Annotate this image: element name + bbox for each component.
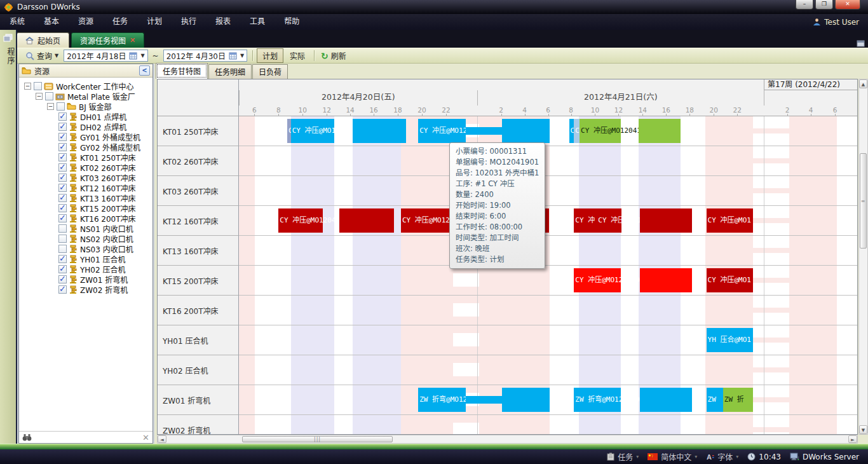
horizontal-scrollbar[interactable]: ◄ ||| ► [157, 435, 858, 444]
task-bar[interactable] [502, 119, 550, 143]
vertical-scroll-thumb[interactable]: ≡ [860, 153, 867, 249]
task-bar[interactable]: CY 冲压@MO12041904 [401, 208, 449, 233]
task-bar[interactable] [639, 119, 681, 143]
tree-checkbox[interactable] [58, 174, 67, 182]
task-bar[interactable] [353, 119, 406, 143]
view-tab-任务甘特图[interactable]: 任务甘特图 [156, 63, 208, 79]
tree-node[interactable]: −BJ 钣金部 [20, 101, 151, 111]
tree-checkbox[interactable] [58, 224, 67, 233]
task-bar[interactable] [466, 396, 502, 404]
tree-checkbox[interactable] [34, 82, 42, 90]
tree-checkbox[interactable] [58, 265, 67, 273]
clear-filter-icon[interactable]: ✕ [142, 433, 149, 442]
tree-checkbox[interactable] [58, 214, 67, 222]
horizontal-scroll-thumb[interactable]: ||| [242, 436, 393, 442]
window-list-icon[interactable] [856, 39, 865, 48]
tree-checkbox[interactable] [58, 184, 67, 192]
menu-item-任务[interactable]: 任务 [103, 14, 137, 30]
tree-node[interactable]: YH02 压合机 [20, 264, 151, 274]
tree-checkbox[interactable] [58, 235, 67, 243]
plan-toggle-button[interactable]: 计划 [257, 48, 283, 63]
tree-checkbox[interactable] [58, 163, 67, 172]
tree-checkbox[interactable] [58, 133, 67, 141]
find-binoculars-icon[interactable] [22, 433, 32, 441]
scroll-down-icon[interactable]: ▼ [859, 425, 867, 434]
tree-checkbox[interactable] [58, 285, 67, 294]
task-bar[interactable]: C [569, 119, 574, 143]
task-bar[interactable]: ZW [707, 388, 723, 412]
tree-checkbox[interactable] [45, 92, 53, 100]
doc-tab-起始页[interactable]: 起始页 [17, 32, 69, 48]
task-bar[interactable]: CY 冲压@MO12041901 [291, 119, 334, 143]
close-button[interactable]: ✕ [835, 0, 860, 10]
task-bar[interactable]: CY 冲 [574, 208, 597, 233]
tree-node[interactable]: −Metal Plate 钣金厂 [20, 91, 151, 101]
collapse-panel-button[interactable]: < [139, 65, 150, 76]
task-bar[interactable]: CY 冲压@MO1 [707, 208, 753, 233]
actual-toggle-button[interactable]: 实际 [285, 49, 310, 62]
task-bar[interactable]: CY 冲压@MO12041902 [580, 119, 621, 143]
view-tab-日负荷[interactable]: 日负荷 [252, 64, 288, 79]
tree-node[interactable]: KT15 200T冲床 [20, 203, 151, 213]
status-item-字体[interactable]: A字体▾ [703, 451, 741, 462]
task-bar[interactable] [502, 388, 550, 412]
tree-expander-icon[interactable]: − [36, 93, 43, 100]
tree-checkbox[interactable] [58, 194, 67, 202]
task-bar[interactable]: YH 压合@MO1 [707, 328, 753, 352]
scroll-left-icon[interactable]: ◄ [158, 435, 166, 443]
view-tab-任务明细[interactable]: 任务明细 [208, 64, 252, 79]
tree-node[interactable]: NS01 内收口机 [20, 223, 151, 233]
minimize-button[interactable]: – [796, 0, 813, 10]
tree-expander-icon[interactable]: − [47, 103, 54, 110]
task-bar[interactable]: CY 冲压@MO1 [707, 268, 753, 292]
task-bar[interactable]: CY 冲压@MO12041903 [574, 268, 621, 292]
tree-checkbox[interactable] [58, 245, 67, 253]
task-bar[interactable] [640, 208, 693, 233]
menu-item-执行[interactable]: 执行 [172, 14, 206, 30]
tree-node[interactable]: KT16 200T冲床 [20, 213, 151, 223]
task-bar[interactable]: ZW 折 [723, 388, 753, 412]
tree-checkbox[interactable] [57, 102, 65, 111]
task-bar[interactable] [640, 268, 693, 292]
tree-node[interactable]: −WorkCenter 工作中心 [20, 81, 151, 91]
tree-node[interactable]: KT03 260T冲床 [20, 172, 151, 182]
menu-item-系统[interactable]: 系统 [0, 14, 34, 30]
task-bar[interactable]: C [574, 119, 580, 143]
tree-node[interactable]: KT01 250T冲床 [20, 152, 151, 162]
doc-tab-资源任务视图[interactable]: 资源任务视图✕ [71, 32, 144, 48]
task-bar[interactable]: CY 冲压@MO12041904 [278, 208, 323, 233]
task-bar[interactable] [339, 208, 395, 233]
programs-panel-icon[interactable] [0, 30, 16, 43]
refresh-button[interactable]: ↻ 刷新 [318, 49, 349, 62]
task-bar[interactable]: CY 冲压@MO12041901 [418, 119, 466, 143]
task-bar[interactable] [640, 388, 693, 412]
tree-node[interactable]: DH02 点焊机 [20, 121, 151, 132]
task-bar[interactable]: ZW 折弯@MO12041901 [418, 388, 466, 412]
tree-checkbox[interactable] [58, 123, 67, 131]
tree-node[interactable]: KT12 160T冲床 [20, 182, 151, 193]
menu-item-资源[interactable]: 资源 [69, 14, 103, 30]
tree-node[interactable]: KT13 160T冲床 [20, 193, 151, 203]
side-tab-programs[interactable]: 程序 [0, 48, 16, 65]
restore-button[interactable]: ❐ [815, 0, 833, 10]
menu-item-帮助[interactable]: 帮助 [275, 14, 309, 30]
tree-node[interactable]: GY01 外桶成型机 [20, 132, 151, 142]
tree-checkbox[interactable] [58, 143, 67, 151]
tree-checkbox[interactable] [58, 113, 67, 121]
tree-checkbox[interactable] [58, 204, 67, 212]
task-bar[interactable]: CY 冲压@MO12041904 [597, 208, 621, 233]
status-item-简体中文[interactable]: 简体中文▾ [645, 451, 700, 462]
tree-node[interactable]: GY02 外桶成型机 [20, 142, 151, 152]
tree-expander-icon[interactable]: − [24, 83, 31, 90]
menu-item-基本[interactable]: 基本 [34, 14, 69, 30]
tree-node[interactable]: ZW02 折弯机 [20, 284, 151, 294]
menu-item-工具[interactable]: 工具 [240, 14, 275, 30]
query-button[interactable]: 查询 ▼ [22, 49, 62, 62]
menu-item-报表[interactable]: 报表 [206, 14, 240, 30]
tree-node[interactable]: NS02 内收口机 [20, 233, 151, 243]
scroll-up-icon[interactable]: ▲ [859, 79, 867, 88]
tree-node[interactable]: YH01 压合机 [20, 254, 151, 264]
tree-node[interactable]: ZW01 折弯机 [20, 274, 151, 284]
status-item-任务[interactable]: 任务▾ [604, 451, 641, 462]
tree-checkbox[interactable] [58, 153, 67, 161]
